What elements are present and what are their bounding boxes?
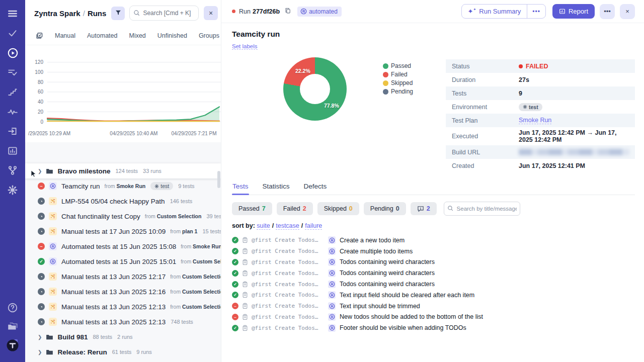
run-row[interactable]: ◔Chat functinality test Copyfrom Custom … [25, 209, 221, 224]
more-actions-button[interactable]: ••• [600, 4, 615, 19]
test-row[interactable]: ✓@first Create Todos…Todos containing we… [232, 267, 635, 279]
runs-tab-manual[interactable]: Manual [55, 32, 75, 39]
mouse-cursor-icon [30, 170, 37, 179]
sidebar-item-help[interactable] [6, 301, 19, 314]
run-row[interactable]: ◔LMP-554 05/04 check Happy Path146 tests [25, 194, 221, 209]
copy-run-id-button[interactable] [283, 6, 292, 17]
filter-pill-pending[interactable]: Pending0 [364, 202, 406, 215]
detail-label: Environment [452, 104, 519, 111]
test-row[interactable]: ✓@first Create Todos…Create multiple tod… [232, 246, 635, 257]
sidebar-item-integrations-branch[interactable] [6, 164, 19, 177]
tab-statistics[interactable]: Statistics [262, 179, 290, 195]
sidebar-item-test-plans[interactable] [6, 66, 19, 79]
sort-by-suite[interactable]: suite [257, 222, 270, 230]
sidebar-item-runs-play[interactable] [6, 46, 19, 59]
run-row[interactable]: –Automated tests at 15 Jun 2025 15:08fro… [25, 239, 221, 254]
report-button[interactable]: Report [552, 4, 595, 19]
filter-pill-failed[interactable]: Failed2 [277, 202, 313, 215]
test-row[interactable]: –@first Create Todos…New todos should be… [232, 312, 635, 323]
run-row[interactable]: ◔Manual tests at 17 Jun 2025 10:09from p… [25, 224, 221, 239]
sort-by-failure[interactable]: failure [305, 222, 322, 230]
manual-run-icon [49, 288, 57, 296]
sidebar-item-profile-avatar[interactable] [6, 338, 19, 351]
runs-list: ❯Bravo milestone124 tests33 runs–Teamcit… [25, 142, 221, 362]
runs-group-row[interactable]: ❯Release: Rerun61 tests9 runs [25, 344, 221, 359]
run-row[interactable]: ◔Manual tests at 13 Jun 2025 12:16from C… [25, 284, 221, 299]
sidebar-item-projects-folder[interactable] [6, 320, 19, 333]
select-all-icon[interactable] [35, 32, 43, 40]
test-row[interactable]: ✓@first Create Todos…Todos containing we… [232, 257, 635, 268]
legend-dot [383, 89, 388, 95]
panel-close-button[interactable]: × [204, 6, 218, 20]
detail-row-build-url: Build URL [446, 145, 635, 159]
tests-search-input[interactable] [444, 202, 520, 216]
filter-count: 0 [349, 205, 353, 212]
run-name: Manual tests at 13 Jun 2025 12:13 [61, 318, 166, 326]
clipboard-icon [242, 325, 248, 331]
runs-list-scrollbar[interactable] [217, 171, 220, 188]
run-source: from Custom Selection [181, 258, 221, 264]
run-summary-more-button[interactable]: ••• [527, 5, 545, 18]
tab-defects[interactable]: Defects [303, 179, 328, 195]
runs-tab-groups[interactable]: Groups [199, 32, 219, 39]
legend-item-passed[interactable]: Passed [383, 62, 413, 69]
runs-group-row[interactable]: ❯Bravo milestone124 tests33 runs [25, 163, 221, 178]
menu-icon [7, 8, 18, 19]
breadcrumb-section[interactable]: Runs [88, 9, 107, 18]
legend-item-pending[interactable]: Pending [383, 88, 413, 95]
chevron-right-icon[interactable]: ❯ [38, 349, 42, 355]
runs-group-row[interactable]: ❯Build 98188 tests2 runs [25, 329, 221, 344]
filter-pill-passed[interactable]: Passed7 [232, 202, 272, 215]
run-row[interactable]: ◔Manual tests at 13 Jun 2025 12:13from C… [25, 299, 221, 314]
tab-tests[interactable]: Tests [232, 179, 249, 195]
sidebar-item-settings-gear[interactable] [6, 184, 19, 197]
test-row[interactable]: ✓@first Create Todos…Text input field sh… [232, 290, 635, 301]
filter-button[interactable] [111, 7, 125, 20]
sidebar-item-import[interactable] [6, 125, 19, 138]
legend-item-failed[interactable]: Failed [383, 71, 413, 78]
folder-icon [46, 168, 53, 174]
run-name: Automated tests at 15 Jun 2025 15:01 [61, 258, 176, 265]
run-tests-count: 39 tests [206, 213, 221, 219]
run-row[interactable]: ◔Manual tests at 13 Jun 2025 12:13748 te… [25, 314, 221, 329]
run-row[interactable]: ◔Manual tests at 13 Jun 2025 12:17from C… [25, 269, 221, 284]
run-tests-count: 748 tests [171, 319, 193, 325]
run-row[interactable]: –Teamcity runfrom Smoke Runtest9 tests [25, 178, 221, 194]
close-run-button[interactable]: × [620, 4, 635, 19]
clipboard-icon [242, 237, 248, 243]
automated-run-icon [49, 242, 57, 250]
sidebar-item-analytics-pulse[interactable] [6, 105, 19, 118]
legend-label: Failed [391, 71, 408, 78]
runs-tab-mixed[interactable]: Mixed [129, 32, 145, 39]
run-name: Chat functinality test Copy [61, 213, 140, 220]
runs-tab-automated[interactable]: Automated [87, 32, 117, 39]
run-summary-button[interactable]: ✦✦ Run Summary [462, 5, 527, 18]
sidebar-item-tests-check[interactable] [6, 27, 19, 40]
test-row[interactable]: –@first Create Todos…Text input should b… [232, 301, 635, 312]
run-details-table: StatusFAILEDDuration27sTests9Environment… [446, 59, 635, 172]
sort-separator: / [270, 222, 276, 229]
test-row[interactable]: ✓@first Create Todos…Create a new todo i… [232, 235, 635, 246]
chevron-right-icon[interactable]: ❯ [38, 334, 42, 340]
run-row[interactable]: ✓Automated tests at 15 Jun 2025 15:01fro… [25, 254, 221, 269]
set-labels-link[interactable]: Set labels [232, 43, 258, 50]
filter-pill-comments[interactable]: 2 [411, 202, 437, 215]
test-suite-name: @first Create Todos… [252, 292, 325, 298]
test-title: Todos containing weird characters [340, 281, 435, 288]
test-filters-row: Passed7Failed2Skipped0Pending02 [232, 202, 635, 216]
runs-tab-unfinished[interactable]: Unfinished [157, 32, 187, 39]
test-row[interactable]: ✓@first Create Todos…Todos containing we… [232, 279, 635, 290]
test-row[interactable]: ✓@first Create Todos…Footer should be vi… [232, 322, 635, 333]
sort-by-testcase[interactable]: testcase [276, 222, 299, 230]
filter-pill-skipped[interactable]: Skipped0 [317, 202, 359, 215]
detail-label: Tests [452, 90, 519, 97]
chevron-right-icon[interactable]: ❯ [38, 168, 42, 174]
legend-item-skipped[interactable]: Skipped [383, 79, 413, 86]
passed-status-icon: ✓ [232, 281, 238, 288]
sidebar-item-reports-chart[interactable] [6, 144, 19, 157]
sidebar-item-milestones-steps[interactable] [6, 85, 19, 99]
breadcrumb-project[interactable]: Zyntra Spark [34, 9, 80, 18]
sidebar-item-menu[interactable] [6, 7, 19, 20]
detail-row-environment: Environmenttest [446, 100, 635, 114]
test-plan-link[interactable]: Smoke Run [519, 117, 551, 124]
